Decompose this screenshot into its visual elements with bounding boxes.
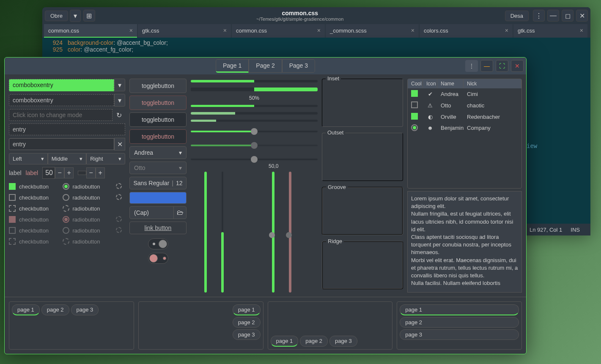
link-button[interactable]: link button [129, 222, 187, 234]
new-tab-button[interactable]: ⊞ [83, 10, 95, 22]
radiobutton[interactable]: radiobutton [63, 205, 114, 212]
combo-middle[interactable]: Middle▾ [48, 153, 87, 164]
column-icon[interactable]: Icon [423, 79, 437, 88]
column-name[interactable]: Name [437, 79, 464, 88]
dialog-tab-page3[interactable]: Page 3 [282, 59, 315, 73]
hamburger-button[interactable]: ⋮ [533, 10, 545, 22]
dropdown-icon[interactable]: ▾ [114, 94, 125, 107]
notebook-tab[interactable]: page 3 [400, 329, 519, 340]
checkbutton[interactable]: checkbutton [9, 183, 60, 190]
refresh-icon[interactable]: ↻ [113, 111, 125, 119]
tab-common-scss[interactable]: _common.scss× [326, 24, 419, 38]
combobox-input[interactable] [9, 79, 114, 91]
combobox-entry-1[interactable]: ▾ [9, 79, 125, 91]
tab-close-icon[interactable]: × [505, 27, 508, 34]
scale-thumb[interactable] [269, 232, 275, 238]
file-button[interactable]: (Cap)🗁 [129, 206, 187, 219]
toggle-button-destructive-pressed[interactable]: togglebutton [129, 129, 187, 144]
vscale-2[interactable] [220, 172, 225, 293]
combobox-input[interactable] [9, 94, 114, 106]
tab-close-icon[interactable]: × [223, 27, 227, 34]
color-button[interactable] [129, 192, 187, 204]
notebook-tab[interactable]: page 2 [300, 336, 328, 347]
entry-input[interactable] [9, 109, 113, 121]
clear-icon[interactable]: ✕ [114, 138, 125, 151]
radio-icon [63, 216, 69, 223]
checkbutton[interactable]: checkbutton [9, 205, 60, 212]
scale-thumb[interactable] [251, 156, 258, 163]
notebook-tab[interactable]: page 2 [233, 317, 261, 328]
tab-close-icon[interactable]: × [580, 27, 583, 34]
icon-entry[interactable]: ↻ [9, 109, 125, 121]
notebook-tab[interactable]: page 1 [400, 304, 519, 315]
combo-left[interactable]: Left▾ [9, 153, 48, 164]
tree-row[interactable]: ✔AndreaCimi [408, 88, 521, 100]
scale-horizontal-marks[interactable] [191, 156, 318, 162]
notebook-tab[interactable]: page 1 [233, 304, 261, 315]
notebook-tab[interactable]: page 1 [271, 336, 299, 347]
toggle-button-pressed[interactable]: togglebutton [129, 112, 187, 127]
tree-row[interactable]: ☻BenjaminCompany [408, 123, 521, 133]
tab-colors-css[interactable]: colors.css× [420, 24, 513, 38]
close-button[interactable]: ✕ [576, 10, 588, 22]
combo-andrea[interactable]: Andrea▾ [129, 146, 187, 159]
dialog-maximize-button[interactable]: ⛶ [496, 60, 508, 72]
dialog-tab-page1[interactable]: Page 1 [216, 59, 249, 73]
radiobutton[interactable]: radiobutton [63, 194, 114, 201]
open-button[interactable]: Obre [45, 11, 68, 21]
tree-row[interactable]: ⚠Ottochaotic [408, 100, 521, 111]
tab-close-icon[interactable]: × [129, 27, 133, 34]
notebook-tab[interactable]: page 1 [12, 304, 40, 315]
checkbox-icon[interactable] [411, 113, 418, 120]
notebook-tab[interactable]: page 3 [71, 304, 99, 315]
notebook-tab[interactable]: page 2 [400, 317, 519, 328]
code-area[interactable]: 924background-color: @accent_bg_color; 9… [42, 38, 590, 55]
tab-close-icon[interactable]: × [317, 27, 321, 34]
spin-plus-icon[interactable]: + [64, 167, 74, 178]
dialog-tab-page2[interactable]: Page 2 [249, 59, 282, 73]
entry-input[interactable] [9, 138, 114, 150]
dialog-close-button[interactable]: ✕ [511, 60, 524, 72]
tab-common-css-2[interactable]: common.css× [232, 24, 325, 38]
switch-on[interactable] [148, 238, 168, 249]
checkbutton[interactable]: checkbutton [9, 194, 60, 201]
column-cool[interactable]: Cool [408, 79, 423, 88]
tab-close-icon[interactable]: × [411, 27, 414, 34]
notebook-tab[interactable]: page 3 [233, 329, 261, 340]
save-button[interactable]: Desa [505, 11, 529, 21]
spin-value[interactable]: 50 [42, 167, 55, 179]
tab-common-css[interactable]: common.css× [44, 24, 137, 38]
entry-input[interactable] [9, 123, 125, 135]
toggle-button[interactable]: togglebutton [129, 79, 187, 93]
font-button[interactable]: Sans Regular|12 [129, 177, 187, 189]
radiobutton[interactable]: radiobutton [63, 183, 114, 190]
checkbox-icon[interactable] [411, 101, 418, 108]
dialog-minimize-button[interactable]: — [480, 60, 493, 72]
radio-icon[interactable] [411, 124, 418, 131]
column-nick[interactable]: Nick [464, 79, 521, 88]
spin-button[interactable]: 50 − + [42, 167, 74, 179]
minimize-button[interactable]: — [547, 10, 559, 22]
entry-4[interactable]: ✕ [9, 138, 125, 151]
treeview[interactable]: Cool Icon Name Nick ✔AndreaCimi ⚠Ottocha… [407, 79, 522, 189]
notebook-tab[interactable]: page 3 [329, 336, 357, 347]
tab-gtk-css-2[interactable]: gtk.css× [513, 24, 587, 38]
dropdown-icon[interactable]: ▾ [114, 79, 125, 91]
entry-3[interactable] [9, 123, 125, 135]
scale-horizontal[interactable] [191, 128, 318, 134]
tree-row[interactable]: ◐OrvilleRedenbacher [408, 111, 521, 123]
toggle-button-destructive[interactable]: togglebutton [129, 96, 187, 110]
maximize-button[interactable]: ◻ [562, 10, 574, 22]
open-dropdown[interactable]: ▾ [70, 10, 81, 22]
scale-thumb[interactable] [251, 128, 258, 135]
textview[interactable]: Lorem ipsum dolor sit amet, consectetur … [407, 191, 522, 293]
dialog-menu-button[interactable]: ⋮ [465, 60, 478, 72]
vscale-3[interactable]: 50,0 [271, 172, 275, 293]
combobox-entry-2[interactable]: ▾ [9, 94, 125, 107]
notebook-tab[interactable]: page 2 [41, 304, 69, 315]
vscale-1[interactable] [203, 172, 208, 293]
spin-minus-icon[interactable]: − [55, 167, 64, 178]
tab-gtk-css[interactable]: gtk.css× [138, 24, 231, 38]
combo-right[interactable]: Right▾ [86, 153, 125, 164]
checkbox-icon[interactable] [411, 90, 418, 97]
